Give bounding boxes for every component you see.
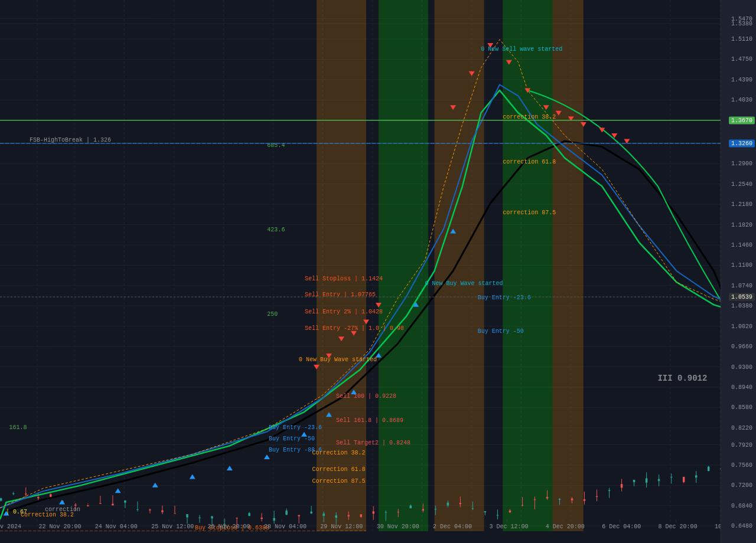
price-label: 0.7200 bbox=[731, 482, 755, 489]
price-axis: 1.53801.54701.51101.47501.43901.40301.36… bbox=[721, 0, 756, 543]
price-label: 1.3670 bbox=[729, 116, 755, 124]
price-label: 1.2540 bbox=[731, 181, 755, 187]
price-label: 0.8580 bbox=[731, 404, 755, 411]
price-label: 1.2180 bbox=[731, 201, 755, 208]
price-label: 0.6480 bbox=[731, 523, 755, 529]
price-label: 1.1460 bbox=[731, 242, 755, 248]
price-label: 1.4030 bbox=[731, 97, 755, 103]
price-label: 1.5470 bbox=[731, 15, 755, 22]
price-label: 1.4750 bbox=[731, 56, 755, 63]
main-chart-canvas bbox=[0, 0, 732, 531]
price-label: 1.2900 bbox=[731, 161, 755, 167]
chart-container: 1.53801.54701.51101.47501.43901.40301.36… bbox=[0, 0, 756, 543]
price-label: 0.7560 bbox=[731, 462, 755, 468]
price-label: 0.6840 bbox=[731, 502, 755, 509]
price-label: 1.1100 bbox=[731, 262, 755, 269]
price-label: 1.3260 bbox=[729, 139, 755, 147]
price-label: 0.8940 bbox=[731, 384, 755, 390]
price-label: 0.9660 bbox=[731, 344, 755, 350]
price-label: 1.5110 bbox=[731, 35, 755, 42]
price-label: 1.0380 bbox=[731, 303, 755, 309]
price-label: 0.9300 bbox=[731, 364, 755, 370]
price-label: 1.4390 bbox=[731, 76, 755, 83]
price-label: 1.0539 bbox=[729, 293, 755, 301]
price-label: 1.0020 bbox=[731, 323, 755, 329]
price-label: 1.0740 bbox=[731, 282, 755, 289]
price-label: 0.8220 bbox=[731, 424, 755, 431]
price-label: 1.1820 bbox=[731, 221, 755, 228]
price-label: 0.7920 bbox=[731, 441, 755, 448]
